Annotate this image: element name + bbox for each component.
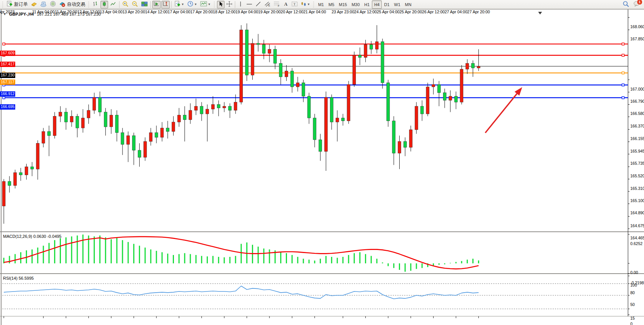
tab-timeframe-d1[interactable]: D1 <box>382 0 392 9</box>
tab-timeframe-w1[interactable]: W1 <box>392 0 403 9</box>
new-order-button[interactable]: 新订单 <box>5 1 29 8</box>
collapse-chart-icon[interactable]: ▼ <box>3 12 6 16</box>
tile-windows-button[interactable] <box>140 1 149 8</box>
hline-handle[interactable] <box>622 54 624 56</box>
candle-body <box>172 122 175 132</box>
notifications-button[interactable]: 1 <box>632 1 641 8</box>
price-line-badge: 167.117 <box>0 80 15 85</box>
candle-body <box>353 55 356 84</box>
tab-timeframe-m1[interactable]: M1 <box>316 0 326 9</box>
text-label-tool-button[interactable]: T <box>290 1 299 8</box>
candle-body <box>308 96 311 118</box>
indicators-button[interactable]: ▼ <box>173 1 185 8</box>
time-axis-label: 17 Apr 20:00 <box>190 10 213 14</box>
templates-button[interactable]: ▼ <box>199 1 212 8</box>
channel-tool-button[interactable]: E <box>263 1 272 8</box>
bar-chart-mode-button[interactable] <box>91 1 100 8</box>
candle-body <box>274 49 277 63</box>
candle-body <box>132 135 135 150</box>
auto-trading-label: 自动交易 <box>67 1 85 8</box>
candle-body <box>437 84 440 93</box>
toolbar-separator <box>171 1 172 8</box>
tab-timeframe-h4[interactable]: H4 <box>372 0 382 9</box>
hline-handle[interactable] <box>622 84 624 86</box>
candle-body <box>194 106 198 110</box>
tab-timeframe-h1[interactable]: H1 <box>362 0 372 9</box>
price-axis-label: 166.580 <box>630 111 644 116</box>
time-axis-label: 20 Apr 12:00 <box>281 10 304 14</box>
candle-body <box>36 143 39 169</box>
tile-windows-icon <box>141 1 148 8</box>
candle-body <box>477 66 480 68</box>
rsi-axis-label: 50 <box>630 302 635 307</box>
dropdown-arrow-icon: ▼ <box>307 3 310 6</box>
vertical-line-tool-button[interactable] <box>237 1 244 8</box>
zoom-out-button[interactable] <box>131 1 139 8</box>
chart-ohlc-values: 167.221 167.489 167.173 167.230 <box>37 12 101 16</box>
candle-body <box>104 112 107 127</box>
market-watch-button[interactable] <box>39 1 48 8</box>
rsi-axis-label: 100 <box>630 283 637 287</box>
price-axis-label: 167.850 <box>630 37 644 41</box>
candle-body <box>472 63 475 68</box>
zoom-in-button[interactable] <box>121 1 130 8</box>
crosshair-tool-button[interactable] <box>225 1 233 8</box>
hline-handle[interactable] <box>622 43 624 45</box>
toolbar-separator <box>150 1 151 8</box>
arrows-tool-button[interactable]: ▼ <box>300 1 311 8</box>
auto-trading-button[interactable]: 自动交易 <box>58 1 86 8</box>
candle-body <box>313 118 316 140</box>
sound-alert-button[interactable] <box>49 1 57 8</box>
rsi-indicator-label: RSI(14) 56.5995 <box>3 276 34 280</box>
candle-body <box>183 115 186 119</box>
chart-shift-marker[interactable] <box>538 12 542 14</box>
candle-body <box>341 118 344 121</box>
time-axis-label: 19 Apr 20:00 <box>258 10 281 14</box>
vertical-line-icon <box>239 1 242 8</box>
candle-body <box>87 110 90 118</box>
chart-shift-button[interactable] <box>161 1 170 8</box>
quotes-button[interactable] <box>30 1 38 8</box>
price-line-badge: 167.417 <box>0 62 15 67</box>
crosshair-icon <box>226 1 232 8</box>
price-line-badge: 167.609 <box>0 51 15 56</box>
horizontal-line-tool-button[interactable] <box>245 1 253 8</box>
candlestick-mode-button[interactable] <box>100 1 108 8</box>
chart-canvas[interactable] <box>0 10 644 325</box>
auto-scroll-button[interactable] <box>152 1 161 8</box>
line-chart-mode-button[interactable] <box>109 1 118 8</box>
hline-handle[interactable] <box>622 97 624 99</box>
cursor-tool-button[interactable] <box>217 1 225 8</box>
tab-timeframe-m30[interactable]: M30 <box>349 0 362 9</box>
search-button[interactable] <box>622 1 630 8</box>
candle-body <box>240 30 243 102</box>
candle-body <box>347 84 350 121</box>
time-axis-label: 26 Apr 12:00 <box>422 10 445 14</box>
trendline-tool-button[interactable] <box>254 1 262 8</box>
candle-body <box>76 116 79 128</box>
candle-body <box>138 150 141 158</box>
hline-handle[interactable] <box>3 97 5 99</box>
price-axis-label: 168.060 <box>630 24 644 29</box>
time-axis-label: 17 Apr 04:00 <box>168 10 191 14</box>
tab-timeframe-m15[interactable]: M15 <box>336 0 349 9</box>
candle-body <box>81 118 84 128</box>
tab-timeframe-mn[interactable]: MN <box>403 0 414 9</box>
text-icon: A <box>284 2 287 7</box>
candle-body <box>409 130 412 147</box>
text-tool-button[interactable]: A <box>282 1 290 8</box>
candle-body <box>392 121 395 153</box>
candle-body <box>59 112 62 116</box>
hline-handle[interactable] <box>622 72 624 74</box>
candle-body <box>336 118 339 122</box>
macd-indicator-label: MACD(12,26,9) 0.0630 -0.0495 <box>3 234 61 239</box>
price-axis-label: 167.000 <box>630 87 644 91</box>
periods-button[interactable]: ▼ <box>186 1 198 8</box>
time-axis-label: 14 Apr 12:00 <box>145 10 168 14</box>
fibonacci-tool-button[interactable]: F <box>273 1 281 8</box>
candle-body <box>251 43 254 75</box>
hline-handle[interactable] <box>3 43 5 45</box>
time-axis-label: 18 Apr 12:00 <box>213 10 236 14</box>
candle-body <box>268 49 271 53</box>
tab-timeframe-m5[interactable]: M5 <box>326 0 336 9</box>
